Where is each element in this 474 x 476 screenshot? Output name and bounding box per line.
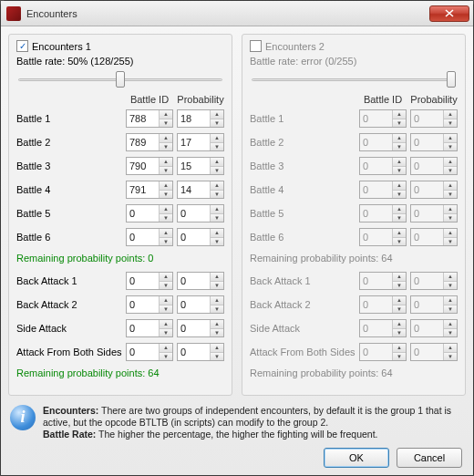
spin-up-icon[interactable]: ▲: [211, 296, 223, 305]
battle-rate-1-slider[interactable]: [16, 68, 224, 90]
spin-down-icon[interactable]: ▼: [160, 282, 172, 290]
spin-down-icon[interactable]: ▼: [393, 143, 406, 151]
spinbox-value[interactable]: 0: [411, 320, 443, 336]
spin-up-icon[interactable]: ▲: [160, 344, 172, 353]
spin-up-icon[interactable]: ▲: [160, 134, 172, 143]
spin-down-icon[interactable]: ▼: [160, 305, 172, 314]
spin-up-icon[interactable]: ▲: [444, 158, 457, 167]
spin-down-icon[interactable]: ▼: [211, 191, 223, 199]
spinbox[interactable]: 0▲▼: [359, 157, 407, 175]
spin-down-icon[interactable]: ▼: [211, 167, 223, 175]
spin-down-icon[interactable]: ▼: [444, 305, 457, 314]
spinbox[interactable]: 0▲▼: [359, 109, 407, 128]
cancel-button[interactable]: Cancel: [397, 448, 462, 468]
spinbox-value[interactable]: 0: [127, 273, 159, 289]
spinbox-value[interactable]: 0: [411, 344, 443, 360]
spin-up-icon[interactable]: ▲: [160, 205, 172, 214]
spinbox[interactable]: 0▲▼: [359, 343, 407, 361]
spin-up-icon[interactable]: ▲: [393, 181, 406, 191]
spinbox[interactable]: 0▲▼: [359, 133, 407, 151]
spin-up-icon[interactable]: ▲: [160, 273, 172, 282]
spinbox[interactable]: 0▲▼: [177, 204, 224, 222]
spinbox[interactable]: 0▲▼: [410, 133, 458, 151]
spin-down-icon[interactable]: ▼: [160, 191, 172, 199]
spin-down-icon[interactable]: ▼: [444, 143, 457, 151]
spin-up-icon[interactable]: ▲: [393, 158, 406, 167]
spinbox[interactable]: 789▲▼: [126, 133, 173, 151]
spin-down-icon[interactable]: ▼: [393, 329, 406, 337]
spin-down-icon[interactable]: ▼: [211, 143, 223, 151]
spinbox-value[interactable]: 0: [360, 158, 392, 174]
spinbox[interactable]: 0▲▼: [410, 204, 458, 222]
spin-down-icon[interactable]: ▼: [211, 305, 223, 314]
spinbox-value[interactable]: 0: [178, 296, 210, 313]
spinbox-value[interactable]: 0: [127, 205, 159, 222]
spin-up-icon[interactable]: ▲: [444, 229, 457, 238]
spinbox-value[interactable]: 0: [360, 296, 392, 313]
spin-up-icon[interactable]: ▲: [160, 158, 172, 167]
spin-down-icon[interactable]: ▼: [393, 214, 406, 222]
spinbox-value[interactable]: 0: [411, 110, 443, 127]
spinbox[interactable]: 0▲▼: [126, 228, 173, 246]
spin-down-icon[interactable]: ▼: [444, 119, 457, 128]
spin-down-icon[interactable]: ▼: [444, 191, 457, 199]
spin-up-icon[interactable]: ▲: [160, 320, 172, 329]
spin-up-icon[interactable]: ▲: [211, 320, 223, 329]
spin-up-icon[interactable]: ▲: [211, 158, 223, 167]
spinbox[interactable]: 0▲▼: [359, 319, 407, 337]
spinbox-value[interactable]: 0: [360, 344, 392, 360]
spin-down-icon[interactable]: ▼: [393, 238, 406, 246]
spinbox[interactable]: 0▲▼: [359, 181, 407, 199]
spinbox[interactable]: 18▲▼: [177, 109, 224, 128]
spin-down-icon[interactable]: ▼: [444, 282, 457, 290]
spin-up-icon[interactable]: ▲: [160, 181, 172, 191]
spin-up-icon[interactable]: ▲: [444, 205, 457, 214]
spin-up-icon[interactable]: ▲: [160, 110, 172, 119]
spinbox-value[interactable]: 0: [411, 273, 443, 289]
spinbox-value[interactable]: 0: [360, 320, 392, 336]
spinbox-value[interactable]: 0: [127, 229, 159, 245]
spin-up-icon[interactable]: ▲: [160, 296, 172, 305]
spin-down-icon[interactable]: ▼: [393, 119, 406, 128]
spinbox-value[interactable]: 0: [411, 205, 443, 222]
spinbox[interactable]: 791▲▼: [126, 181, 173, 199]
spinbox[interactable]: 0▲▼: [126, 204, 173, 222]
spin-up-icon[interactable]: ▲: [444, 320, 457, 329]
spinbox-value[interactable]: 0: [127, 344, 159, 360]
spinbox[interactable]: 788▲▼: [126, 109, 173, 128]
spinbox[interactable]: 0▲▼: [410, 181, 458, 199]
spin-down-icon[interactable]: ▼: [211, 119, 223, 128]
spin-down-icon[interactable]: ▼: [160, 167, 172, 175]
spinbox-value[interactable]: 0: [360, 181, 392, 198]
spin-up-icon[interactable]: ▲: [211, 110, 223, 119]
spinbox-value[interactable]: 14: [178, 181, 210, 198]
spinbox[interactable]: 0▲▼: [177, 319, 224, 337]
spin-down-icon[interactable]: ▼: [444, 238, 457, 246]
spin-up-icon[interactable]: ▲: [393, 296, 406, 305]
spin-down-icon[interactable]: ▼: [393, 353, 406, 361]
spin-up-icon[interactable]: ▲: [393, 110, 406, 119]
spinbox[interactable]: 0▲▼: [177, 295, 224, 314]
spin-up-icon[interactable]: ▲: [393, 205, 406, 214]
slider-thumb[interactable]: [447, 71, 456, 88]
spin-up-icon[interactable]: ▲: [211, 181, 223, 191]
spinbox-value[interactable]: 0: [127, 320, 159, 336]
spinbox[interactable]: 0▲▼: [126, 319, 173, 337]
spin-up-icon[interactable]: ▲: [444, 296, 457, 305]
spinbox-value[interactable]: 0: [178, 205, 210, 222]
spinbox[interactable]: 0▲▼: [126, 295, 173, 314]
spin-down-icon[interactable]: ▼: [211, 238, 223, 246]
ok-button[interactable]: OK: [324, 448, 389, 468]
spin-up-icon[interactable]: ▲: [393, 134, 406, 143]
spinbox-value[interactable]: 0: [411, 134, 443, 150]
spin-up-icon[interactable]: ▲: [444, 181, 457, 191]
spinbox[interactable]: 0▲▼: [410, 319, 458, 337]
spinbox[interactable]: 0▲▼: [177, 228, 224, 246]
spinbox-value[interactable]: 0: [178, 229, 210, 245]
spinbox-value[interactable]: 789: [127, 134, 159, 150]
spin-down-icon[interactable]: ▼: [160, 214, 172, 222]
spinbox[interactable]: 0▲▼: [410, 272, 458, 290]
spinbox[interactable]: 14▲▼: [177, 181, 224, 199]
spin-up-icon[interactable]: ▲: [211, 229, 223, 238]
encounters-1-checkbox[interactable]: ✓: [16, 40, 28, 52]
